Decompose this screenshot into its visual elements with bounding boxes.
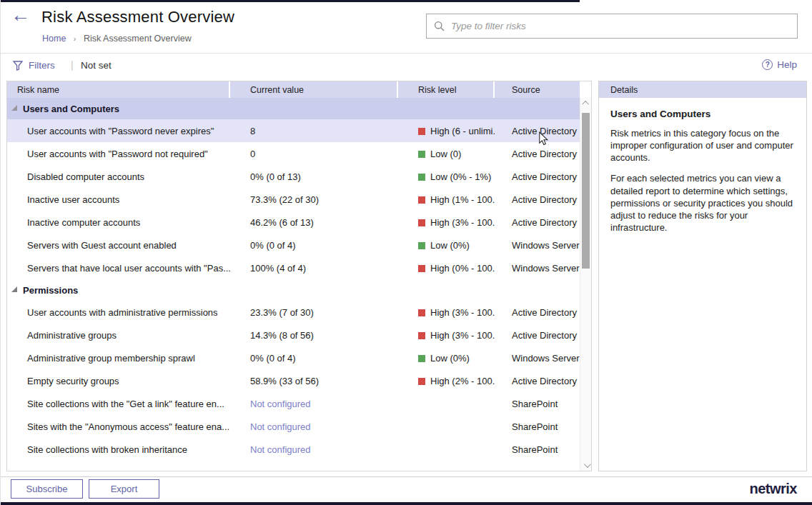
search-input[interactable] (451, 21, 790, 31)
filter-value: Not set (81, 60, 112, 71)
breadcrumb-current: Risk Assessment Overview (84, 34, 192, 44)
table-row[interactable]: Site collections with broken inheritance… (7, 438, 580, 461)
details-panel-header: Details (599, 81, 806, 98)
help-button[interactable]: ? Help (762, 59, 797, 70)
current-value-cell: 0% (0 of 4) (230, 240, 398, 251)
risk-level-cell: High (0% - 100... (398, 263, 495, 274)
netwrix-logo: netwrix (749, 481, 797, 497)
current-value-cell: 100% (4 of 4) (230, 263, 398, 274)
risk-assessment-window: ← Risk Assessment Overview Home › Risk A… (0, 0, 812, 505)
low-risk-swatch-icon (418, 242, 425, 249)
scrollbar-thumb[interactable] (582, 113, 590, 269)
details-panel-body: Users and Computers Risk metrics in this… (599, 98, 806, 234)
filters-button[interactable]: Filters (13, 60, 55, 71)
high-risk-swatch-icon (418, 378, 425, 385)
table-row[interactable]: Servers that have local user accounts wi… (7, 256, 580, 279)
risk-level-label: Low (0%) (430, 353, 470, 364)
filter-bar: Filters | Not set ? Help (1, 54, 812, 79)
source-cell: SharePoint (495, 444, 580, 455)
high-risk-swatch-icon (418, 309, 425, 316)
high-risk-swatch-icon (418, 219, 425, 226)
risk-level-cell: High (3% - 100... (398, 307, 495, 318)
table-row[interactable]: User accounts with "Password not require… (7, 142, 580, 165)
low-risk-swatch-icon (418, 174, 425, 181)
column-header-risk-name[interactable]: Risk name (7, 81, 230, 98)
page-title: Risk Assessment Overview (41, 8, 234, 26)
low-risk-swatch-icon (418, 355, 425, 362)
current-value-cell: Not configured (230, 444, 398, 455)
risk-name-cell: Site collections with the "Get a link" f… (7, 399, 230, 409)
current-value-cell: 23.3% (7 of 30) (230, 307, 398, 318)
table-scrollbar[interactable] (580, 98, 591, 471)
table-row[interactable]: Empty security groups58.9% (33 of 56)Hig… (7, 369, 580, 392)
risk-name-cell: Empty security groups (7, 376, 230, 386)
source-cell: Active Directory (495, 194, 580, 205)
current-value-cell: 0 (230, 149, 398, 159)
filter-divider: | (71, 59, 74, 71)
risk-name-cell: User accounts with administrative permis… (7, 307, 230, 318)
details-paragraph: For each selected metrics you can view a… (610, 172, 795, 234)
table-row[interactable]: Inactive computer accounts46.2% (6 of 13… (7, 211, 580, 234)
risk-name-cell: Inactive user accounts (7, 194, 230, 205)
risk-level-label: High (0% - 100... (430, 263, 495, 274)
current-value-cell: 58.9% (33 of 56) (230, 376, 398, 386)
breadcrumb-separator-icon: › (74, 34, 76, 43)
current-value-cell: 46.2% (6 of 13) (230, 217, 398, 228)
group-label: Permissions (23, 285, 78, 296)
source-cell: Windows Server (495, 353, 580, 364)
table-row[interactable]: User accounts with "Password never expir… (7, 119, 580, 142)
table-row[interactable]: Site collections with the "Get a link" f… (7, 392, 580, 415)
collapse-triangle-icon[interactable] (11, 286, 17, 292)
group-row[interactable]: Permissions (7, 279, 580, 301)
column-header-current-value[interactable]: Current value (230, 81, 398, 98)
help-icon: ? (762, 59, 773, 70)
risk-level-label: High (6 - unlimi... (430, 126, 495, 136)
source-cell: Windows Server (495, 263, 580, 274)
group-row[interactable]: Users and Computers (7, 98, 580, 119)
breadcrumb-home-link[interactable]: Home (42, 34, 66, 44)
risk-level-cell: Low (0%) (398, 353, 495, 364)
details-panel: Details Users and Computers Risk metrics… (598, 81, 807, 471)
risk-level-label: High (1% - 100... (430, 194, 495, 205)
risk-name-cell: Inactive computer accounts (7, 217, 230, 228)
export-button[interactable]: Export (89, 479, 159, 499)
collapse-triangle-icon[interactable] (11, 105, 17, 111)
table-row[interactable]: Inactive user accounts73.3% (22 of 30)Hi… (7, 188, 580, 211)
table-row[interactable]: User accounts with administrative permis… (7, 301, 580, 324)
table-row[interactable]: Disabled computer accounts0% (0 of 13)Lo… (7, 165, 580, 188)
risk-filter-searchbox[interactable] (426, 14, 798, 39)
high-risk-swatch-icon (418, 332, 425, 339)
risk-name-cell: User accounts with "Password not require… (7, 149, 230, 159)
table-row[interactable]: Servers with Guest account enabled0% (0 … (7, 234, 580, 256)
risk-level-cell: High (2% - 100... (398, 376, 495, 386)
group-label: Users and Computers (23, 104, 119, 114)
risk-table: Risk name Current value Risk level Sourc… (6, 81, 592, 471)
risk-level-cell: High (1% - 100... (398, 194, 495, 205)
risk-level-label: High (3% - 100... (430, 307, 495, 318)
risk-name-cell: Servers with Guest account enabled (7, 240, 230, 251)
subscribe-button[interactable]: Subscribe (11, 479, 83, 499)
risk-level-label: Low (0% - 1%) (430, 171, 491, 182)
table-row[interactable]: Administrative group membership sprawl0%… (7, 346, 580, 369)
risk-name-cell: Servers that have local user accounts wi… (7, 263, 230, 274)
search-icon (434, 21, 445, 31)
source-cell: Active Directory (495, 376, 580, 386)
risk-level-label: High (3% - 100... (430, 330, 495, 341)
risk-name-cell: Sites with the "Anonymous access" featur… (7, 421, 230, 432)
footer-divider (1, 476, 812, 477)
risk-level-cell: Low (0) (398, 149, 495, 159)
risk-level-cell: Low (0%) (398, 240, 495, 251)
table-row[interactable]: Administrative groups14.3% (8 of 56)High… (7, 324, 580, 346)
filter-funnel-icon (13, 61, 23, 71)
filters-label: Filters (29, 60, 55, 71)
table-row[interactable]: Sites with the "Anonymous access" featur… (7, 415, 580, 438)
column-header-risk-level[interactable]: Risk level (398, 81, 495, 98)
scrollbar-down-icon[interactable] (580, 460, 592, 471)
risk-level-label: Low (0%) (430, 240, 470, 251)
scrollbar-up-icon[interactable] (580, 98, 592, 109)
current-value-cell: 14.3% (8 of 56) (230, 330, 398, 341)
back-arrow-icon[interactable]: ← (11, 6, 30, 25)
risk-level-label: High (3% - 100... (430, 217, 495, 228)
column-header-source[interactable]: Source (495, 81, 580, 98)
source-cell: Active Directory (495, 330, 580, 341)
